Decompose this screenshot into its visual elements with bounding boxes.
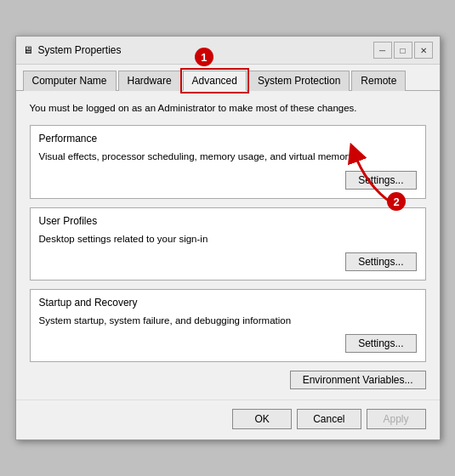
user-profiles-desc: Desktop settings related to your sign-in [39,232,417,246]
minimize-button[interactable]: ─ [373,42,392,59]
startup-recovery-btn-row: Settings... [39,334,417,353]
user-profiles-settings-button[interactable]: Settings... [345,252,416,271]
title-bar: 🖥 System Properties ─ □ ✕ [16,37,440,65]
tab-content: You must be logged on as an Administrato… [16,91,440,399]
tab-remote[interactable]: Remote [351,71,406,91]
user-profiles-title: User Profiles [39,215,417,227]
performance-title: Performance [39,133,417,144]
title-bar-controls: ─ □ ✕ [373,42,433,59]
performance-desc: Visual effects, processor scheduling, me… [39,150,417,163]
close-button[interactable]: ✕ [414,42,433,59]
tab-hardware[interactable]: Hardware [118,71,181,91]
admin-notice: You must be logged on as an Administrato… [30,101,426,115]
user-profiles-section: User Profiles Desktop settings related t… [30,207,426,280]
window-icon: 🖥 [23,44,33,56]
title-bar-left: 🖥 System Properties [23,44,122,56]
performance-btn-row: Settings... [39,171,417,190]
bottom-bar: OK Cancel Apply [16,400,440,439]
performance-settings-button[interactable]: Settings... [345,171,416,190]
startup-recovery-section: Startup and Recovery System startup, sys… [30,289,426,362]
startup-recovery-settings-button[interactable]: Settings... [345,334,416,353]
tab-advanced[interactable]: Advanced 1 [183,71,247,91]
env-variables-row: Environment Variables... [30,371,426,389]
system-properties-window: 🖥 System Properties ─ □ ✕ Computer Name … [15,36,441,439]
ok-button[interactable]: OK [232,409,292,429]
apply-button[interactable]: Apply [367,409,426,429]
performance-section: Performance Visual effects, processor sc… [30,125,426,198]
startup-recovery-title: Startup and Recovery [39,297,417,309]
maximize-button[interactable]: □ [394,42,412,59]
startup-recovery-desc: System startup, system failure, and debu… [39,314,417,327]
tabs-bar: Computer Name Hardware Advanced 1 System… [16,65,440,91]
window-title: System Properties [38,44,122,56]
user-profiles-btn-row: Settings... [39,252,417,271]
environment-variables-button[interactable]: Environment Variables... [290,371,426,389]
cancel-button[interactable]: Cancel [297,409,361,429]
tab-system-protection[interactable]: System Protection [248,71,350,91]
tab-computer-name[interactable]: Computer Name [23,71,117,91]
